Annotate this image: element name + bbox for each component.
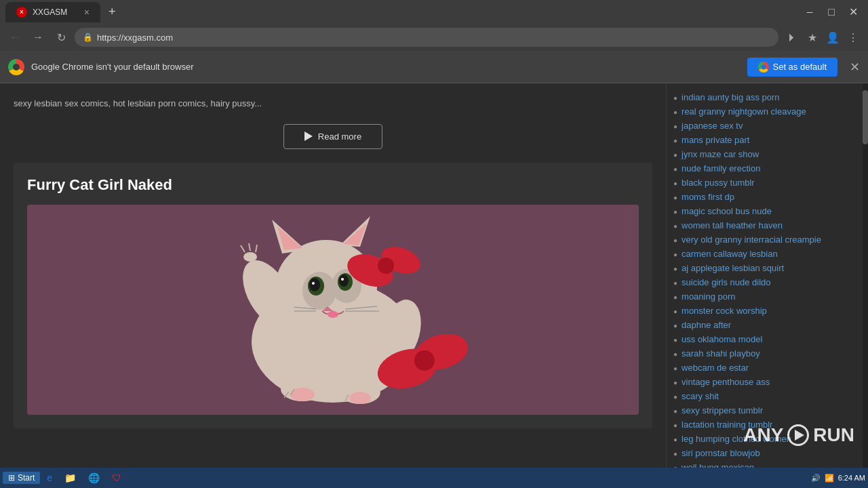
close-button[interactable]: ✕ xyxy=(844,5,863,20)
profile-icon[interactable]: 👤 xyxy=(823,28,842,47)
windows-icon: ⊞ xyxy=(8,473,15,483)
list-item: ●siri pornstar blowjob xyxy=(673,446,856,460)
sidebar-link[interactable]: scary shit xyxy=(682,391,719,401)
sidebar-scrollbar[interactable] xyxy=(863,83,868,473)
sidebar-link[interactable]: carmen callaway lesbian xyxy=(682,249,778,259)
taskbar-security-icon[interactable]: 🛡 xyxy=(106,471,127,485)
taskbar-ie-icon[interactable]: e xyxy=(41,471,58,485)
forward-button[interactable]: → xyxy=(28,28,47,47)
tab-close-button[interactable]: × xyxy=(84,7,90,18)
page: sexy lesbian sex comics, hot lesbian por… xyxy=(0,83,868,473)
sidebar-link[interactable]: women tall heather haven xyxy=(682,220,783,230)
set-default-label: Set as default xyxy=(773,62,827,72)
list-item: ●real granny nightgown cleavage xyxy=(673,104,856,119)
taskbar-chrome-item[interactable]: 🌐 xyxy=(83,471,105,485)
read-more-label: Read more xyxy=(318,131,361,142)
sidebar-link[interactable]: monster cock worship xyxy=(682,306,767,316)
reload-button[interactable]: ↻ xyxy=(52,28,71,47)
list-item: ●monster cock worship xyxy=(673,304,856,318)
list-item: ●uss oklahoma model xyxy=(673,332,856,346)
sidebar-link[interactable]: very old granny interracial creampie xyxy=(682,235,821,245)
sidebar-link[interactable]: moaning porn xyxy=(682,291,736,302)
title-bar: X XXGASM × + ‒ □ ✕ xyxy=(0,0,868,24)
sidebar-link[interactable]: jynx maze car show xyxy=(682,149,759,159)
chrome-icon xyxy=(8,59,24,75)
sidebar-link[interactable]: siri pornstar blowjob xyxy=(682,448,760,458)
sidebar-link[interactable]: aj applegate lesbian squirt xyxy=(682,263,784,273)
ie-icon: e xyxy=(47,472,52,483)
sidebar-link[interactable]: uss oklahoma model xyxy=(682,334,762,344)
svg-point-22 xyxy=(243,252,257,262)
list-item: ●japanese sex tv xyxy=(673,119,856,133)
start-label: Start xyxy=(18,473,35,483)
sidebar-list: ●indian aunty big ass porn ●real granny … xyxy=(667,90,863,473)
list-item: ●black pussy tumblr xyxy=(673,176,856,190)
taskbar-items: e 📁 🌐 🛡 xyxy=(41,471,809,485)
network-icon: 📶 xyxy=(825,474,834,483)
start-button[interactable]: ⊞ Start xyxy=(3,472,40,484)
notification-close-button[interactable]: ✕ xyxy=(850,60,860,75)
maximize-button[interactable]: □ xyxy=(822,5,841,20)
sidebar-link[interactable]: webcam de estar xyxy=(682,363,749,373)
content-area: sexy lesbian sex comics, hot lesbian por… xyxy=(0,83,868,473)
cast-icon[interactable]: ⏵ xyxy=(783,28,802,47)
anyrun-play-icon xyxy=(787,424,809,446)
svg-point-36 xyxy=(349,392,371,404)
sidebar-link[interactable]: moms first dp xyxy=(682,192,734,202)
svg-point-12 xyxy=(339,274,349,287)
sidebar-link[interactable]: magic school bus nude xyxy=(682,206,772,216)
article-image xyxy=(27,205,639,415)
sidebar-scrollbar-thumb xyxy=(863,90,868,144)
teaser-text: sexy lesbian sex comics, hot lesbian por… xyxy=(14,83,652,117)
anyrun-text2: RUN xyxy=(813,424,854,446)
sidebar-link[interactable]: sarah shahi playboy xyxy=(682,348,760,359)
url-display: https://xxgasm.com xyxy=(97,33,173,43)
article-title: Furry Cat Girl Naked xyxy=(27,176,639,194)
speaker-icon: 🔊 xyxy=(811,474,821,483)
taskbar: ⊞ Start e 📁 🌐 🛡 🔊 📶 6:24 AM xyxy=(0,468,868,488)
read-more-button[interactable]: Read more xyxy=(283,124,382,149)
sidebar-link[interactable]: black pussy tumblr xyxy=(682,178,755,188)
tab-favicon: X xyxy=(16,7,27,18)
sidebar-link[interactable]: mans private part xyxy=(682,135,749,145)
sidebar-link[interactable]: real granny nightgown cleavage xyxy=(682,106,806,117)
new-tab-button[interactable]: + xyxy=(106,2,119,22)
sidebar-link[interactable]: vintage penthouse ass xyxy=(682,377,770,387)
svg-point-16 xyxy=(328,311,338,318)
svg-point-28 xyxy=(378,258,394,274)
address-bar[interactable]: 🔒 https://xxgasm.com xyxy=(75,28,778,47)
tab-title: XXGASM xyxy=(33,7,67,17)
set-default-button[interactable]: Set as default xyxy=(747,58,838,77)
taskbar-system-icons: 🔊 📶 6:24 AM xyxy=(811,474,865,483)
taskbar-chrome-icon: 🌐 xyxy=(88,472,100,483)
read-more-container: Read more xyxy=(14,117,652,163)
list-item: ●moaning porn xyxy=(673,289,856,304)
list-item: ●webcam de estar xyxy=(673,361,856,375)
article-area: sexy lesbian sex comics, hot lesbian por… xyxy=(0,83,666,428)
notification-bar: Google Chrome isn't your default browser… xyxy=(0,51,868,83)
sidebar-link[interactable]: japanese sex tv xyxy=(682,121,743,131)
nav-bar: ← → ↻ 🔒 https://xxgasm.com ⏵ ★ 👤 ⋮ xyxy=(0,24,868,51)
taskbar-folder-icon[interactable]: 📁 xyxy=(59,471,81,485)
minimize-button[interactable]: ‒ xyxy=(800,5,819,20)
sidebar-link[interactable]: nude family erection xyxy=(682,163,760,174)
sidebar-link[interactable]: indian aunty big ass porn xyxy=(682,92,780,102)
list-item: ●mans private part xyxy=(673,133,856,147)
bookmark-icon[interactable]: ★ xyxy=(803,28,822,47)
menu-icon[interactable]: ⋮ xyxy=(844,28,863,47)
back-button[interactable]: ← xyxy=(5,28,24,47)
list-item: ●vintage penthouse ass xyxy=(673,375,856,389)
shield-icon: 🛡 xyxy=(112,472,121,483)
list-item: ●nude family erection xyxy=(673,161,856,176)
svg-point-13 xyxy=(312,282,315,285)
sidebar-link[interactable]: suicide girls nude dildo xyxy=(682,277,771,287)
window-controls: ‒ □ ✕ xyxy=(800,5,863,20)
nav-icons: ⏵ ★ 👤 ⋮ xyxy=(783,28,863,47)
list-item: ●moms first dp xyxy=(673,190,856,204)
sidebar-link[interactable]: daphne after xyxy=(682,320,731,330)
browser-tab[interactable]: X XXGASM × xyxy=(5,2,100,22)
sidebar-link[interactable]: sexy strippers tumblr xyxy=(682,405,763,415)
article-card: Furry Cat Girl Naked xyxy=(14,163,652,428)
list-item: ●sarah shahi playboy xyxy=(673,346,856,361)
svg-point-32 xyxy=(414,350,435,371)
